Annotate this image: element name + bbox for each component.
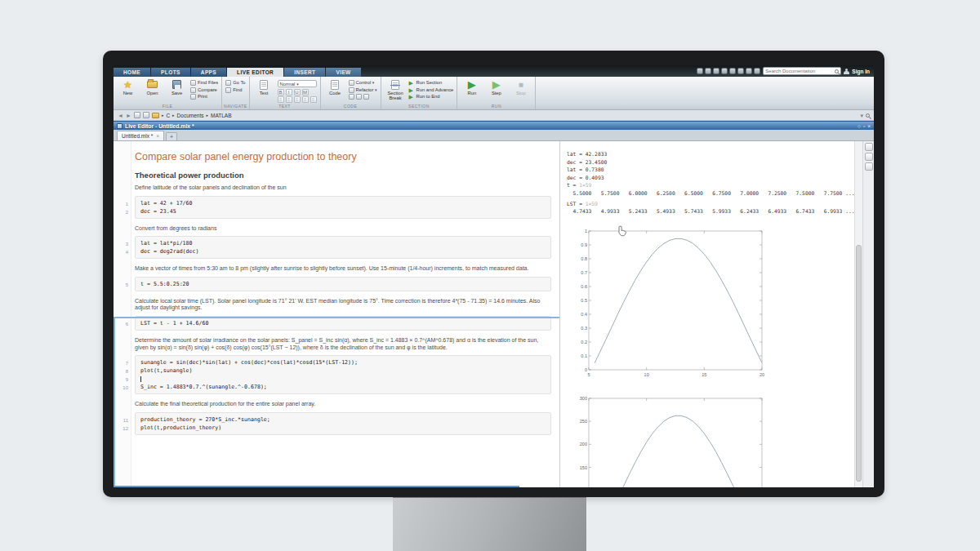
restore-icon[interactable]: ▫ [863, 123, 865, 129]
search-folder-icon[interactable] [866, 113, 870, 118]
hide-code-button[interactable] [865, 143, 873, 151]
code-line[interactable]: 2dec = 23.45 [140, 207, 546, 216]
toolstrip-tab-home[interactable]: HOME [114, 68, 150, 77]
browse-folder-icon[interactable] [143, 112, 149, 118]
code-button[interactable]: Code [324, 78, 346, 103]
close-tab-icon[interactable]: × [156, 133, 159, 139]
format-u-button[interactable]: U [294, 89, 301, 96]
run-button[interactable]: ▶Run [461, 78, 483, 103]
code-block[interactable]: 1lat = 42 + 17/602dec = 23.45 [135, 196, 551, 219]
code-line[interactable]: 12plot(t,production_theory) [140, 424, 546, 432]
code-line[interactable]: 10S_inc = 1.4883*0.7.^(sunangle.^-0.678)… [140, 383, 546, 391]
text-style-dropdown[interactable]: Normal▾ [278, 80, 317, 87]
code-block[interactable]: 3lat = lat*pi/1804dec = deg2rad(dec) [135, 236, 551, 259]
output-variable-line: t = 1×59 [567, 181, 854, 189]
output-scrollbar[interactable] [854, 141, 862, 487]
minimize-icon[interactable]: ○ [858, 123, 861, 129]
code-line[interactable]: 3lat = lat*pi/180 [140, 239, 546, 247]
new-button[interactable]: ★New [117, 78, 139, 103]
print-button[interactable]: Print [190, 94, 218, 100]
production-theory-plot[interactable]: 5101520050100150200250300 [572, 393, 854, 487]
list-format-button-3[interactable]: ≡ [302, 96, 309, 103]
section-break-button[interactable]: Section Break [385, 78, 407, 103]
code-block[interactable]: 5t = 5.5:0.25:20 [135, 277, 551, 291]
toolstrip-tab-plots[interactable]: PLOTS [151, 68, 190, 77]
user-account-icon[interactable] [844, 69, 849, 74]
toolstrip-tab-apps[interactable]: APPS [191, 68, 226, 77]
scrollbar-thumb[interactable] [856, 245, 862, 482]
live-script-editor[interactable]: Compare solar panel energy production to… [114, 141, 560, 487]
sign-in-link[interactable]: Sign In [852, 69, 870, 74]
format-m-button[interactable]: M [302, 89, 309, 96]
breadcrumb-documents[interactable]: Documents [177, 113, 204, 118]
toolstrip-tabs: HOMEPLOTSAPPSLIVE EDITORINSERTVIEW [114, 68, 362, 77]
format-i-button[interactable]: I [286, 89, 292, 96]
extra-button[interactable] [349, 94, 377, 100]
path-dropdown-icon[interactable]: ▾ [860, 113, 863, 118]
save-button[interactable]: Save [166, 78, 188, 103]
run-to-end-button[interactable]: ▶Run to End [409, 94, 454, 100]
code-block[interactable]: 11production_theory = 270*S_inc.*sunangl… [135, 412, 551, 435]
output-inline-button[interactable] [865, 153, 873, 161]
code-line[interactable]: 8plot(t,sunangle) [140, 367, 546, 375]
go-to-button[interactable]: Go To [225, 80, 245, 86]
redo-icon[interactable] [737, 68, 744, 74]
code-line[interactable]: 7sunangle = sin(dec)*sin(lat) + cos(dec)… [140, 358, 546, 367]
code-line[interactable]: 11production_theory = 270*S_inc.*sunangl… [140, 415, 546, 424]
ribbon-group-section: Section Break▶Run Section▶Run and Advanc… [381, 77, 458, 109]
code-line[interactable]: 9 [140, 375, 546, 383]
cut-icon[interactable] [705, 68, 711, 74]
help-icon[interactable] [754, 68, 760, 74]
breadcrumb[interactable]: ▸C▸Documents▸MATLAB [162, 113, 232, 118]
open-button[interactable]: Open [141, 78, 163, 103]
search-documentation-box[interactable] [763, 67, 841, 75]
compare-button[interactable]: Compare [190, 87, 218, 93]
list-format-button-2[interactable]: ≡ [294, 96, 301, 103]
find-files-button[interactable]: Find Files [190, 80, 218, 86]
step-button[interactable]: ▶Step [485, 78, 507, 103]
breadcrumb-c[interactable]: C [166, 113, 170, 118]
live-editor-titlebar[interactable]: Live Editor - Untitled.mlx * ○▫× [114, 121, 874, 130]
search-icon[interactable] [835, 69, 839, 73]
quick-access-area: Sign In [693, 67, 874, 77]
toolstrip-tab-view[interactable]: VIEW [326, 68, 360, 77]
breadcrumb-matlab[interactable]: MATLAB [211, 113, 232, 118]
tab-untitled-mlx[interactable]: Untitled.mlx * × [117, 131, 164, 140]
run-and-advance-button[interactable]: ▶Run and Advance [409, 87, 454, 93]
code-line[interactable]: 1lat = 42 + 17/60 [140, 199, 546, 207]
list-format-button-0[interactable]: ≡ [278, 96, 284, 103]
run-section-button[interactable]: ▶Run Section [409, 80, 454, 86]
format-b-button[interactable]: B [278, 89, 284, 96]
text-button[interactable]: Text [253, 78, 275, 103]
new-tab-button[interactable]: + [166, 132, 177, 140]
switch-window-icon[interactable] [746, 68, 752, 74]
save-icon[interactable] [697, 68, 703, 74]
copy-icon[interactable] [713, 68, 719, 74]
up-one-level-icon[interactable] [134, 112, 140, 118]
control-button[interactable]: Control ▾ [349, 80, 377, 86]
ribbon-group-label-text: TEXT [250, 104, 320, 109]
list-format-button-4[interactable]: ≡ [310, 96, 317, 103]
code-block[interactable]: 7sunangle = sin(dec)*sin(lat) + cos(dec)… [135, 355, 551, 394]
run-label: Run [468, 91, 477, 96]
toolstrip-tab-insert[interactable]: INSERT [284, 68, 325, 77]
code-line[interactable]: 6LST = t - 1 + 14.6/60 [140, 319, 546, 327]
code-line[interactable]: 4dec = deg2rad(dec) [140, 247, 546, 256]
search-input[interactable] [765, 69, 835, 73]
svg-text:0.2: 0.2 [581, 340, 587, 344]
paste-icon[interactable] [721, 68, 728, 74]
output-right-button[interactable] [865, 162, 873, 171]
list-format-button-1[interactable]: ≡ [286, 96, 292, 103]
find-button[interactable]: Find [225, 87, 245, 93]
code-tool-icon [356, 94, 362, 100]
refactor-button[interactable]: Refactor ▾ [349, 87, 377, 93]
sunangle-plot[interactable]: 510152000.10.20.30.40.50.60.70.80.91 [572, 225, 854, 385]
forward-icon[interactable]: ► [126, 113, 131, 118]
undo-icon[interactable] [729, 68, 736, 74]
toolstrip-tab-live-editor[interactable]: LIVE EDITOR [227, 68, 283, 77]
line-number: 12 [115, 424, 128, 433]
code-line[interactable]: 5t = 5.5:0.25:20 [140, 280, 546, 288]
back-icon[interactable]: ◄ [118, 113, 123, 118]
ribbon-group-label-navigate: NAVIGATE [222, 104, 248, 109]
close-icon[interactable]: × [867, 123, 871, 129]
